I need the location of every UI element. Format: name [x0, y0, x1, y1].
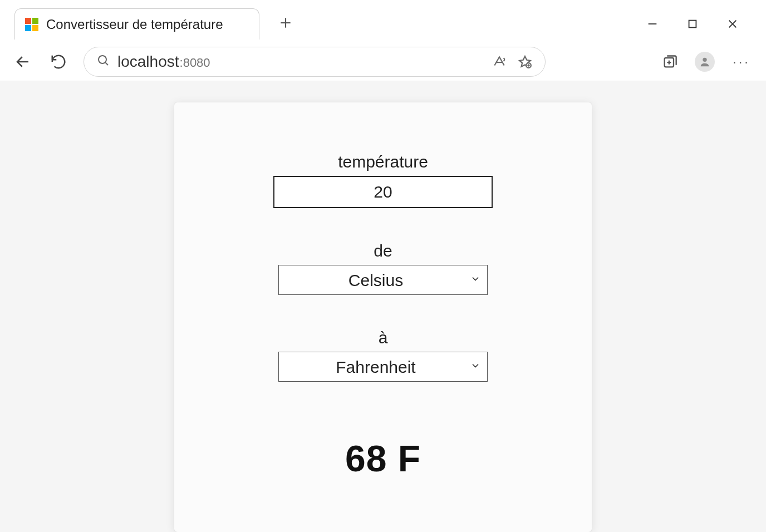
minimize-icon [646, 18, 659, 30]
plus-icon [278, 16, 293, 30]
collections-button[interactable] [659, 51, 680, 72]
address-url: localhost:8080 [117, 53, 210, 71]
close-window-button[interactable] [725, 16, 740, 32]
person-icon [699, 56, 711, 68]
back-button[interactable] [12, 51, 33, 72]
svg-line-10 [105, 62, 108, 65]
page-viewport: température de CelsiusFahrenheitKelvin à… [0, 81, 766, 532]
browser-toolbar: localhost:8080 ··· [0, 42, 766, 81]
from-field: de CelsiusFahrenheitKelvin [278, 242, 488, 295]
favicon-microsoft-icon [25, 18, 38, 31]
to-label: à [379, 328, 388, 347]
favorite-button[interactable] [515, 52, 535, 72]
minimize-button[interactable] [645, 16, 660, 32]
to-field: à CelsiusFahrenheitKelvin [278, 328, 488, 382]
browser-tab-strip: Convertisseur de température [0, 0, 766, 42]
svg-point-19 [703, 57, 706, 61]
temperature-field: température [273, 152, 493, 208]
temperature-label: température [338, 152, 428, 171]
reload-button[interactable] [48, 51, 69, 72]
address-port: :8080 [180, 56, 210, 70]
from-unit-select[interactable]: CelsiusFahrenheitKelvin [278, 265, 488, 295]
more-icon: ··· [733, 54, 750, 69]
converter-card: température de CelsiusFahrenheitKelvin à… [174, 102, 592, 532]
new-tab-button[interactable] [274, 13, 297, 35]
address-host: localhost [117, 53, 179, 71]
close-tab-button[interactable] [243, 16, 248, 33]
read-aloud-icon [492, 55, 507, 69]
temperature-input[interactable] [273, 176, 493, 208]
svg-point-9 [99, 56, 106, 63]
window-controls [645, 16, 762, 32]
reload-icon [50, 53, 67, 70]
more-button[interactable]: ··· [729, 54, 754, 70]
to-unit-select[interactable]: CelsiusFahrenheitKelvin [278, 352, 488, 382]
result-display: 68 F [345, 437, 421, 480]
star-plus-icon [518, 55, 532, 69]
read-aloud-button[interactable] [489, 52, 509, 72]
close-icon [726, 18, 739, 30]
arrow-left-icon [14, 53, 31, 70]
browser-tab[interactable]: Convertisseur de température [14, 8, 259, 40]
tab-title: Convertisseur de température [46, 17, 235, 32]
from-label: de [374, 242, 392, 260]
address-bar[interactable]: localhost:8080 [84, 47, 546, 77]
profile-button[interactable] [695, 52, 715, 72]
collections-icon [662, 54, 677, 70]
search-icon [96, 53, 110, 70]
maximize-button[interactable] [685, 16, 700, 32]
maximize-icon [686, 18, 699, 30]
svg-rect-5 [689, 21, 696, 28]
